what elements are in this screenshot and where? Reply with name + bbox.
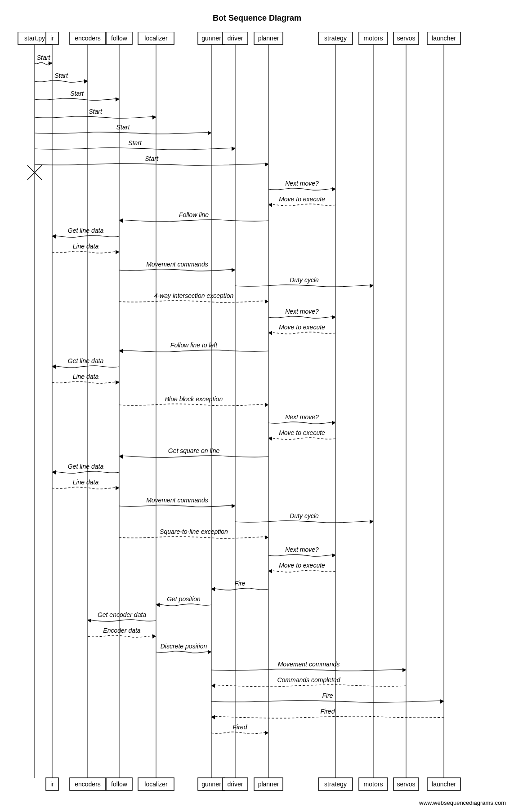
message-label: Start xyxy=(145,155,159,162)
message-label: Move to execute xyxy=(279,195,325,203)
message-label: Get line data xyxy=(68,357,104,364)
svg-marker-25 xyxy=(116,250,119,254)
svg-marker-31 xyxy=(119,349,123,353)
message-label: Encoder data xyxy=(103,627,140,634)
message-label: Movement commands xyxy=(146,497,208,504)
svg-marker-36 xyxy=(268,436,272,441)
message-label: Move to execute xyxy=(279,324,325,331)
svg-marker-43 xyxy=(332,553,335,558)
svg-marker-51 xyxy=(211,683,215,688)
actor-label: gunner xyxy=(201,781,221,788)
message-label: Next move? xyxy=(285,413,319,421)
message-label: Move to execute xyxy=(279,429,325,436)
svg-marker-54 xyxy=(265,731,268,735)
message-label: Duty cycle xyxy=(290,276,319,284)
svg-marker-38 xyxy=(52,470,56,475)
svg-marker-27 xyxy=(370,284,373,288)
svg-marker-50 xyxy=(402,668,406,672)
svg-marker-44 xyxy=(268,569,272,573)
svg-marker-45 xyxy=(211,587,215,591)
message-label: Start xyxy=(37,54,51,61)
message-label: Get line data xyxy=(68,227,104,234)
actor-label: motors xyxy=(364,35,383,42)
svg-marker-53 xyxy=(211,715,215,719)
svg-marker-41 xyxy=(370,519,373,524)
actor-label: encoders xyxy=(75,781,101,788)
svg-marker-33 xyxy=(116,380,119,385)
svg-marker-13 xyxy=(84,79,88,84)
svg-marker-30 xyxy=(268,331,272,335)
footer-credit: www.websequencediagrams.com xyxy=(419,799,506,806)
actor-label: encoders xyxy=(75,35,101,42)
message-label: Get encoder data xyxy=(98,611,146,618)
actor-label: ir xyxy=(50,35,54,42)
message-label: Start xyxy=(54,72,68,79)
svg-marker-48 xyxy=(152,634,156,639)
svg-marker-21 xyxy=(332,187,335,191)
svg-marker-12 xyxy=(49,61,52,66)
message-label: Line data xyxy=(73,243,99,250)
diagram-title: Bot Sequence Diagram xyxy=(0,0,514,32)
message-label: Start xyxy=(89,108,103,115)
message-label: Duty cycle xyxy=(290,512,319,519)
svg-marker-14 xyxy=(116,97,119,102)
actor-label: motors xyxy=(364,781,383,788)
message-label: Get square on line xyxy=(168,447,220,454)
svg-marker-26 xyxy=(232,268,235,272)
message-label: Commands completed xyxy=(277,676,340,683)
actor-label: planner xyxy=(258,781,279,788)
actor-label: servos xyxy=(397,35,415,42)
svg-marker-37 xyxy=(119,454,123,459)
actor-label: driver xyxy=(227,35,243,42)
actor-label: driver xyxy=(227,781,243,788)
message-label: Fired xyxy=(233,723,248,731)
actor-label: strategy xyxy=(324,781,347,788)
svg-marker-17 xyxy=(232,146,235,151)
actor-label: localizer xyxy=(144,781,168,788)
actor-label: launcher xyxy=(432,781,456,788)
actor-label: gunner xyxy=(201,35,221,42)
message-label: Square-to-line exception xyxy=(160,528,228,535)
message-label: Fired xyxy=(321,708,335,715)
message-label: Move to execute xyxy=(279,562,325,569)
svg-marker-16 xyxy=(208,131,211,135)
svg-marker-23 xyxy=(119,218,123,223)
message-label: Fire xyxy=(234,580,245,587)
svg-marker-28 xyxy=(265,299,268,304)
message-label: Line data xyxy=(73,479,99,486)
svg-marker-29 xyxy=(332,315,335,319)
actor-label: follow xyxy=(111,781,128,788)
actor-label: localizer xyxy=(144,35,168,42)
message-label: Next move? xyxy=(285,546,319,553)
actor-label: start.py xyxy=(24,35,45,42)
svg-marker-52 xyxy=(440,699,444,704)
actor-label: follow xyxy=(111,35,128,42)
svg-marker-39 xyxy=(116,486,119,490)
actor-label: strategy xyxy=(324,35,347,42)
message-label: Movement commands xyxy=(278,661,340,668)
actor-label: servos xyxy=(397,781,415,788)
svg-marker-49 xyxy=(208,650,211,654)
message-label: Blue block exception xyxy=(165,395,223,403)
actor-label: planner xyxy=(258,35,279,42)
message-label: 4-way intersection exception xyxy=(154,292,234,299)
svg-marker-34 xyxy=(265,403,268,407)
message-label: Follow line to left xyxy=(170,342,218,349)
svg-marker-24 xyxy=(52,234,56,239)
svg-marker-35 xyxy=(332,421,335,425)
message-label: Follow line xyxy=(179,211,209,218)
svg-marker-47 xyxy=(88,618,91,623)
message-label: Next move? xyxy=(285,180,319,187)
svg-marker-15 xyxy=(152,115,156,120)
actor-label: ir xyxy=(50,781,54,788)
svg-marker-32 xyxy=(52,364,56,369)
message-label: Start xyxy=(70,90,84,97)
svg-marker-40 xyxy=(232,504,235,508)
message-label: Get position xyxy=(167,595,201,603)
message-label: Discrete position xyxy=(161,643,207,650)
message-label: Line data xyxy=(73,373,99,380)
message-label: Next move? xyxy=(285,308,319,315)
svg-marker-22 xyxy=(268,203,272,207)
message-label: Get line data xyxy=(68,463,104,470)
sequence-diagram: start.pyirencodersfollowlocalizergunnerd… xyxy=(0,32,514,809)
